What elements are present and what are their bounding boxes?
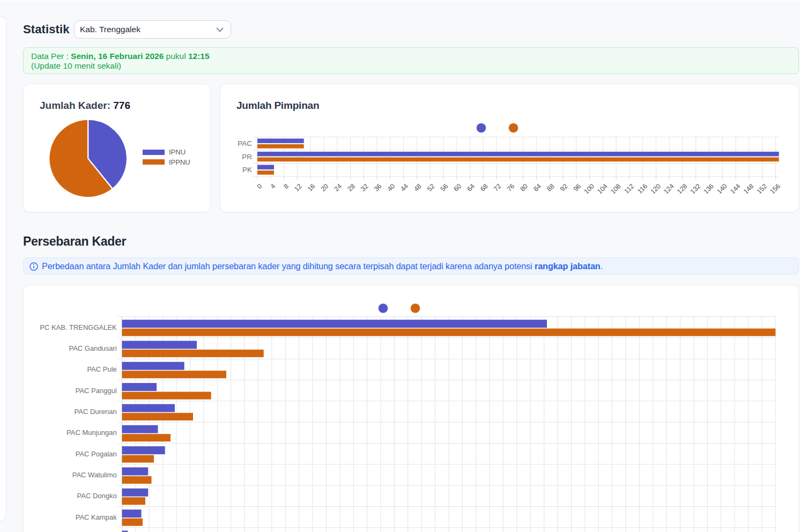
svg-text:PAC Watulimo: PAC Watulimo xyxy=(72,471,117,479)
svg-text:28: 28 xyxy=(346,182,357,193)
svg-text:PK: PK xyxy=(242,166,252,174)
svg-text:136: 136 xyxy=(702,182,716,196)
svg-text:104: 104 xyxy=(596,182,609,196)
svg-text:76: 76 xyxy=(506,182,516,193)
svg-text:PAC Gandusari: PAC Gandusari xyxy=(69,344,116,352)
svg-text:116: 116 xyxy=(636,182,649,195)
svg-text:20: 20 xyxy=(320,182,330,193)
svg-text:12: 12 xyxy=(293,182,303,193)
svg-text:4: 4 xyxy=(269,182,277,190)
svg-text:96: 96 xyxy=(572,182,583,193)
svg-text:40: 40 xyxy=(386,182,397,193)
svg-text:88: 88 xyxy=(545,182,556,193)
svg-text:144: 144 xyxy=(729,182,742,196)
svg-text:PAC Munjungan: PAC Munjungan xyxy=(66,428,117,437)
svg-text:152: 152 xyxy=(755,182,769,196)
svg-text:PAC Dongko: PAC Dongko xyxy=(77,492,117,500)
svg-text:112: 112 xyxy=(623,182,636,195)
svg-text:84: 84 xyxy=(532,182,543,193)
svg-text:PR: PR xyxy=(242,153,252,161)
svg-text:140: 140 xyxy=(715,182,729,196)
svg-text:60: 60 xyxy=(453,182,463,193)
svg-text:0: 0 xyxy=(256,182,264,190)
svg-text:156: 156 xyxy=(769,182,782,196)
svg-text:PAC Panggul: PAC Panggul xyxy=(76,387,117,395)
svg-text:56: 56 xyxy=(439,182,450,193)
svg-text:PAC Pule: PAC Pule xyxy=(87,365,116,373)
svg-text:64: 64 xyxy=(465,182,476,193)
svg-text:PC KAB. TRENGGALEK: PC KAB. TRENGGALEK xyxy=(40,323,117,331)
svg-text:52: 52 xyxy=(426,182,436,193)
svg-text:120: 120 xyxy=(649,182,662,196)
svg-text:48: 48 xyxy=(412,182,423,193)
svg-text:100: 100 xyxy=(583,182,596,196)
svg-text:44: 44 xyxy=(399,182,410,193)
svg-text:92: 92 xyxy=(559,182,569,193)
svg-text:PAC Kampak: PAC Kampak xyxy=(76,513,117,521)
svg-text:148: 148 xyxy=(742,182,755,196)
svg-text:24: 24 xyxy=(333,182,344,193)
svg-text:8: 8 xyxy=(282,182,290,190)
svg-text:PAC Durenan: PAC Durenan xyxy=(75,408,117,416)
svg-text:80: 80 xyxy=(518,182,529,193)
svg-text:PAC Pogalan: PAC Pogalan xyxy=(76,450,117,458)
svg-text:32: 32 xyxy=(359,182,370,193)
svg-text:132: 132 xyxy=(689,182,702,196)
svg-text:36: 36 xyxy=(373,182,383,193)
svg-text:16: 16 xyxy=(306,182,317,193)
svg-text:124: 124 xyxy=(662,182,676,196)
svg-text:68: 68 xyxy=(479,182,490,193)
svg-text:72: 72 xyxy=(492,182,503,193)
svg-text:PAC: PAC xyxy=(238,139,252,147)
svg-text:108: 108 xyxy=(609,182,623,196)
svg-text:128: 128 xyxy=(676,182,689,196)
